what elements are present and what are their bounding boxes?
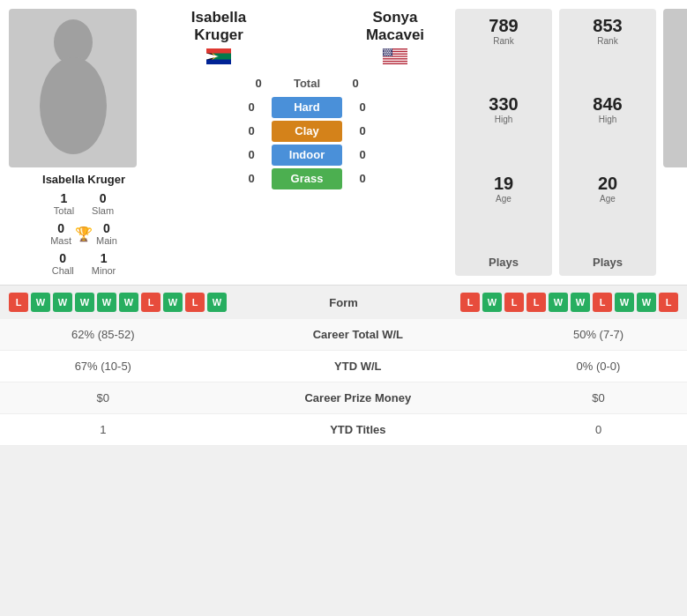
right-high-value: 846 xyxy=(593,94,622,115)
left-main-value: 0 xyxy=(103,221,110,235)
left-high-label: High xyxy=(495,115,513,124)
hard-right-score: 0 xyxy=(349,100,376,114)
right-form-badge-w: W xyxy=(615,293,634,312)
left-stats-box: 789 Rank 330 High 19 Age Plays xyxy=(455,9,552,276)
left-trophy-icon: 🏆 xyxy=(75,226,93,242)
stat-right-0: 50% (7-7) xyxy=(510,319,687,351)
svg-rect-14 xyxy=(383,62,407,63)
right-form-badges: LWLLWWLWWL xyxy=(460,293,678,312)
left-mast-label: Mast xyxy=(50,235,71,246)
right-name-flag: Sonya Macavei xyxy=(342,9,448,68)
stat-left-3: 1 xyxy=(0,414,206,446)
left-flag xyxy=(206,48,231,68)
left-age-label: Age xyxy=(496,194,512,204)
total-right-score: 0 xyxy=(342,77,369,90)
svg-point-35 xyxy=(385,55,386,56)
left-form-badge-l: L xyxy=(9,293,28,312)
right-form-badge-l: L xyxy=(526,293,546,312)
svg-rect-5 xyxy=(206,48,231,54)
svg-point-22 xyxy=(386,50,387,51)
right-form-badge-w: W xyxy=(549,293,568,312)
left-form-badge-l: L xyxy=(141,293,161,312)
grass-left-score: 0 xyxy=(238,172,265,185)
right-rank-value: 853 xyxy=(593,16,622,36)
left-form-badge-l: L xyxy=(185,293,205,312)
indoor-row: 0 Indoor 0 xyxy=(166,145,448,166)
svg-point-18 xyxy=(387,48,388,49)
right-player-name: Sonya Macavei xyxy=(663,173,687,186)
svg-point-25 xyxy=(384,52,385,53)
right-rank-label: Rank xyxy=(597,36,617,46)
left-rank-label: Rank xyxy=(493,36,513,46)
svg-point-20 xyxy=(391,48,392,49)
total-row: 0 Total 0 xyxy=(166,73,448,94)
form-row: LWWWWWLWLW Form LWLLWWLWWL xyxy=(9,293,678,312)
clay-right-score: 0 xyxy=(349,124,376,137)
main-container: Isabella Kruger 1 Total 0 Slam 0 Mast 🏆 xyxy=(0,0,687,446)
left-high-value: 330 xyxy=(489,94,518,115)
left-form-badge-w: W xyxy=(119,293,138,312)
left-main-label: Main xyxy=(96,235,117,246)
left-name-flag: Isabella Kruger xyxy=(166,9,272,68)
indoor-right-score: 0 xyxy=(349,148,376,161)
right-form-badge-l: L xyxy=(593,293,612,312)
left-player-name: Isabella Kruger xyxy=(9,173,159,186)
right-age-value: 20 xyxy=(598,174,617,194)
svg-point-19 xyxy=(389,48,390,49)
right-flag xyxy=(383,48,407,68)
indoor-left-score: 0 xyxy=(238,148,265,161)
stat-label-1: YTD W/L xyxy=(206,351,510,382)
left-chall-label: Chall xyxy=(52,265,74,276)
left-player-col: Isabella Kruger 1 Total 0 Slam 0 Mast 🏆 xyxy=(9,9,159,276)
left-form-badges: LWWWWWLWLW xyxy=(9,293,227,312)
svg-point-31 xyxy=(386,53,387,54)
svg-point-34 xyxy=(384,55,385,56)
right-player-col: Sonya Macavei 0 Total 0 Slam 0 Mast 🏆 xyxy=(663,9,687,276)
stat-left-0: 62% (85-52) xyxy=(0,319,206,351)
left-minor-value: 1 xyxy=(101,251,108,265)
right-form-badge-l: L xyxy=(504,293,524,312)
left-total-label: Total xyxy=(54,205,74,216)
players-area: Isabella Kruger 1 Total 0 Slam 0 Mast 🏆 xyxy=(0,0,687,285)
right-stats-box: 853 Rank 846 High 20 Age Plays xyxy=(559,9,656,276)
left-age-value: 19 xyxy=(494,174,513,194)
left-age-item: 19 Age xyxy=(494,174,513,247)
stat-label-2: Career Prize Money xyxy=(206,382,510,414)
left-rank-value: 789 xyxy=(489,16,518,36)
svg-rect-12 xyxy=(383,56,407,57)
left-form-badge-w: W xyxy=(97,293,116,312)
left-plays-label: Plays xyxy=(489,256,519,269)
svg-point-1 xyxy=(40,57,107,154)
right-form-badge-l: L xyxy=(460,293,480,312)
grass-right-score: 0 xyxy=(349,172,376,185)
right-rank-item: 853 Rank xyxy=(593,16,622,89)
right-age-label: Age xyxy=(600,194,616,204)
svg-point-17 xyxy=(385,48,386,49)
right-plays-label: Plays xyxy=(593,256,623,269)
stat-row-3: 1 YTD Titles 0 xyxy=(0,414,687,446)
svg-point-28 xyxy=(389,52,390,53)
left-slam-label: Slam xyxy=(92,205,114,216)
left-chall-value: 0 xyxy=(59,251,66,265)
svg-point-29 xyxy=(391,52,392,53)
svg-point-24 xyxy=(390,50,391,51)
hard-row: 0 Hard 0 xyxy=(166,97,448,118)
left-mast-value: 0 xyxy=(57,221,64,235)
svg-rect-6 xyxy=(206,59,231,64)
left-form-badge-w: W xyxy=(207,293,227,312)
stat-right-1: 0% (0-0) xyxy=(510,351,687,382)
stat-right-2: $0 xyxy=(510,382,687,414)
right-form-badge-w: W xyxy=(571,293,590,312)
stat-label-3: YTD Titles xyxy=(206,414,510,446)
left-form-badge-w: W xyxy=(163,293,183,312)
svg-point-33 xyxy=(390,53,391,54)
surface-scores: 0 Total 0 0 Hard 0 0 Clay 0 0 xyxy=(166,73,448,192)
clay-row: 0 Clay 0 xyxy=(166,121,448,142)
svg-point-21 xyxy=(385,50,385,51)
clay-left-score: 0 xyxy=(238,124,265,137)
right-name-header: Sonya Macavei xyxy=(366,9,424,45)
left-main-stat: 0 Main xyxy=(96,221,117,246)
form-label: Form xyxy=(309,296,379,309)
form-section: LWWWWWLWLW Form LWLLWWLWWL xyxy=(0,285,687,319)
stat-row-1: 67% (10-5) YTD W/L 0% (0-0) xyxy=(0,351,687,382)
